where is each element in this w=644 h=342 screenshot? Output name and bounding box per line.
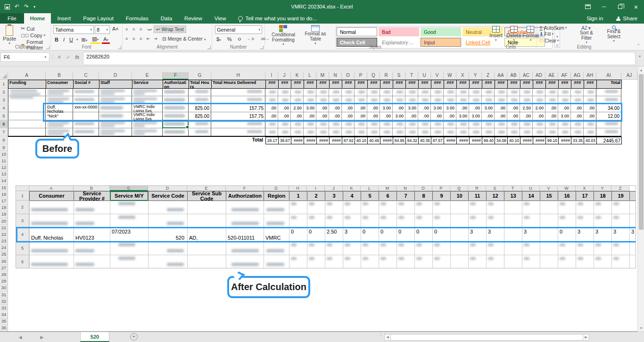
- column-header-G[interactable]: G: [189, 72, 211, 80]
- cell-row-total[interactable]: 12.00: [597, 114, 620, 120]
- fill-button[interactable]: ⬇ Fill ▾: [539, 31, 567, 37]
- sign-in-button[interactable]: Sign in: [580, 16, 610, 21]
- header-cell-day[interactable]: ###: [342, 80, 355, 89]
- align-middle-icon[interactable]: ≡: [132, 27, 139, 32]
- align-bottom-icon[interactable]: ≡: [140, 27, 146, 32]
- column-header-AI[interactable]: AI: [596, 72, 621, 80]
- header-cell-day[interactable]: ###: [431, 80, 444, 89]
- cell-day-value[interactable]: .00: [584, 114, 595, 120]
- ribbon-tab-formulas[interactable]: Formulas: [120, 13, 155, 24]
- cell-day-value[interactable]: .00: [444, 114, 455, 120]
- share-button[interactable]: Share: [610, 16, 644, 21]
- cell-day-value[interactable]: 3.00: [559, 114, 570, 120]
- cell-day-value[interactable]: .00: [508, 114, 519, 120]
- row-header-24[interactable]: 24: [0, 245, 8, 251]
- header-cell-day[interactable]: ###: [304, 80, 317, 89]
- cell-day-value[interactable]: .00: [482, 114, 494, 120]
- clear-button[interactable]: ⬭ Clear ▾: [539, 37, 567, 43]
- cell-day-value[interactable]: 2.50: [520, 106, 532, 112]
- row-header-32[interactable]: 32: [0, 298, 8, 305]
- cell-day-value[interactable]: .00: [470, 106, 481, 112]
- column-header-N[interactable]: N: [329, 72, 342, 80]
- cell-day-value[interactable]: 3.00: [470, 114, 481, 120]
- merge-center-button[interactable]: ⊟ Merge & Center ▾: [161, 35, 207, 42]
- scroll-up-icon[interactable]: ▲: [638, 67, 644, 73]
- row-header-25[interactable]: 25: [0, 251, 8, 258]
- font-size-select[interactable]: 8▾: [95, 25, 110, 34]
- cell-day-value[interactable]: .00: [406, 114, 417, 120]
- orientation-icon[interactable]: ⬎▾: [147, 27, 153, 32]
- row-header-30[interactable]: 30: [0, 285, 8, 292]
- cell-day-value[interactable]: 3.00: [380, 106, 392, 112]
- cell-style-good[interactable]: Good: [421, 27, 461, 36]
- cell-style-bad[interactable]: Bad: [379, 27, 419, 36]
- total-row-value[interactable]: 38.67: [278, 137, 291, 144]
- cancel-formula-icon[interactable]: ✕: [57, 54, 61, 60]
- header-cell-D[interactable]: Staff: [99, 80, 132, 89]
- header-cell-day[interactable]: ###: [558, 80, 571, 89]
- cell-day-value[interactable]: .00: [380, 114, 392, 120]
- total-row-value[interactable]: 84.32: [405, 137, 419, 144]
- header-cell-C[interactable]: Social #: [73, 80, 99, 89]
- header-cell-day[interactable]: ###: [584, 80, 597, 89]
- row-header-10[interactable]: 10: [0, 151, 8, 158]
- cell-day-value[interactable]: 3.00: [431, 106, 443, 112]
- total-row-value[interactable]: 87.92: [342, 137, 355, 144]
- row-header-22[interactable]: 22: [0, 231, 8, 238]
- column-header-AB[interactable]: AB: [507, 72, 520, 80]
- cell-row-total[interactable]: 34.00: [597, 106, 620, 112]
- cell-day-value[interactable]: 2.50: [291, 106, 303, 112]
- row-header-14[interactable]: 14: [0, 178, 8, 184]
- cell-day-value[interactable]: .00: [317, 114, 328, 120]
- formula-bar-expand-icon[interactable]: ▾: [636, 54, 643, 58]
- font-name-select[interactable]: Tahoma▾: [53, 25, 94, 34]
- column-header-AJ[interactable]: AJ: [621, 72, 637, 80]
- header-cell-day[interactable]: ###: [520, 80, 533, 89]
- column-header-V[interactable]: V: [431, 72, 444, 80]
- hscroll-right-icon[interactable]: ▶: [583, 334, 589, 341]
- header-cell-day[interactable]: ###: [545, 80, 559, 89]
- total-row-value[interactable]: ####: [469, 137, 482, 144]
- total-row-value[interactable]: ####: [316, 137, 330, 144]
- cell-day-value[interactable]: .00: [520, 114, 532, 120]
- cell-day-value[interactable]: 3.00: [482, 106, 494, 112]
- header-cell-day[interactable]: ###: [444, 80, 457, 89]
- format-as-table-button[interactable]: Format as Table ▾: [301, 25, 330, 45]
- cell-day-value[interactable]: .00: [559, 106, 570, 112]
- number-format-select[interactable]: General▾: [215, 25, 262, 34]
- cell-hours-delivered[interactable]: 157.75: [212, 106, 264, 112]
- header-cell-H[interactable]: Total Hours Delivered: [211, 80, 266, 89]
- cut-button[interactable]: ✂Cut: [21, 25, 50, 32]
- number-dialog-launcher-icon[interactable]: [260, 46, 264, 49]
- total-row-value[interactable]: 28.17: [265, 137, 279, 144]
- sort-filter-button[interactable]: AZ▼ Sort & Filter▾: [574, 25, 599, 44]
- column-header-L[interactable]: L: [304, 72, 316, 80]
- cell-day-value[interactable]: .00: [342, 106, 354, 112]
- total-row-value[interactable]: ####: [291, 137, 304, 144]
- percent-icon[interactable]: %: [226, 36, 233, 42]
- header-cell-day[interactable]: ###: [367, 80, 380, 89]
- borders-icon[interactable]: ⊞▾: [80, 36, 89, 43]
- cell-day-value[interactable]: .00: [495, 114, 506, 120]
- column-header-AD[interactable]: AD: [533, 72, 545, 80]
- ribbon-tab-data[interactable]: Data: [155, 13, 178, 24]
- header-cell-day[interactable]: ###: [329, 80, 342, 89]
- row-header-11[interactable]: 11: [0, 158, 8, 164]
- column-header-I[interactable]: I: [265, 72, 278, 80]
- column-header-AF[interactable]: AF: [558, 72, 571, 80]
- cell-day-value[interactable]: .00: [393, 106, 405, 112]
- total-row-value[interactable]: 40.03: [584, 137, 597, 144]
- cell-day-value[interactable]: .00: [546, 114, 557, 120]
- select-all-corner[interactable]: [0, 72, 8, 80]
- total-row-value[interactable]: ####: [444, 137, 457, 144]
- row-header-36[interactable]: 36: [0, 325, 8, 332]
- new-sheet-icon[interactable]: +: [130, 333, 138, 341]
- header-cell-E[interactable]: Service: [132, 80, 163, 89]
- total-row-value[interactable]: ####: [304, 137, 317, 144]
- cell-day-value[interactable]: .00: [368, 106, 379, 112]
- row-header-31[interactable]: 31: [0, 292, 8, 298]
- sheet-tab-520[interactable]: 520: [80, 332, 109, 342]
- row-header-17[interactable]: 17: [0, 198, 8, 204]
- restore-icon[interactable]: [612, 0, 628, 13]
- cell-total-hours[interactable]: 825.00: [189, 114, 210, 120]
